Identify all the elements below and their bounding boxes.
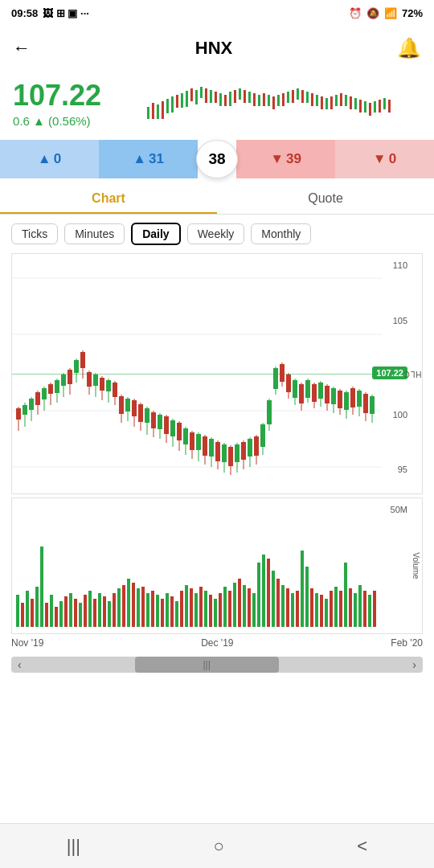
stats-up-31: ▲ 31 [99,140,198,178]
svg-rect-78 [87,372,92,387]
price-change: 0.6 ▲ (0.56%) [13,114,101,128]
status-icons: 🖼 ⊞ ▣ ··· [43,7,89,19]
stats-up-zero: ▲ 0 [0,140,99,178]
svg-rect-39 [335,95,338,106]
status-bar: 09:58 🖼 ⊞ ▣ ··· ⏰ 🔕 📶 72% [0,0,434,26]
svg-rect-1 [152,103,154,119]
svg-rect-42 [350,96,352,109]
bottom-nav: ||| ○ < [0,823,434,868]
svg-rect-20 [244,90,246,103]
down-arrow-icon: ▼ [270,151,284,167]
svg-rect-213 [238,579,241,627]
svg-rect-94 [138,404,143,422]
svg-rect-198 [166,593,169,627]
svg-rect-23 [258,95,260,106]
svg-rect-204 [194,593,198,627]
svg-rect-178 [69,593,72,627]
svg-rect-64 [42,388,47,399]
svg-rect-183 [93,599,96,627]
date-labels: Nov '19 Dec '19 Feb '20 [0,634,434,652]
svg-rect-22 [253,93,256,106]
svg-rect-72 [68,370,72,384]
svg-rect-222 [281,585,285,627]
svg-rect-172 [40,547,43,627]
svg-rect-223 [286,588,289,627]
nav-menu-icon[interactable]: ||| [67,836,80,857]
ohlc-label: OHLC [403,370,423,379]
svg-rect-186 [108,601,111,627]
volume-label: Volume [411,552,420,579]
scroll-right-arrow[interactable]: › [412,658,416,671]
svg-rect-170 [31,599,34,627]
svg-rect-126 [241,442,246,460]
svg-rect-36 [321,96,323,109]
svg-rect-235 [344,563,347,627]
svg-rect-12 [205,88,207,103]
nav-back-icon[interactable]: < [357,836,367,857]
svg-rect-106 [177,423,182,440]
svg-rect-234 [339,591,342,627]
svg-rect-174 [50,595,53,627]
svg-rect-4 [166,99,169,113]
change-percent: (0.56%) [48,114,91,128]
svg-rect-112 [196,434,201,450]
svg-rect-114 [203,436,207,456]
svg-rect-56 [16,408,21,420]
svg-rect-3 [162,101,164,119]
svg-rect-167 [16,595,19,627]
svg-rect-110 [190,432,194,450]
svg-rect-98 [151,412,156,428]
svg-rect-66 [48,384,53,394]
tab-chart[interactable]: Chart [0,182,217,214]
svg-rect-50 [388,100,391,113]
price-left: 107.22 0.6 ▲ (0.56%) [13,79,101,128]
period-monthly[interactable]: Monthly [251,223,311,244]
period-ticks[interactable]: Ticks [11,223,58,244]
svg-rect-108 [183,428,188,444]
svg-rect-184 [98,593,101,627]
tab-quote[interactable]: Quote [217,182,434,214]
svg-rect-27 [277,95,280,106]
stats-neutral: 38 [196,140,238,178]
svg-rect-160 [350,388,355,407]
notification-bell-icon[interactable]: 🔔 [397,37,421,59]
svg-rect-181 [84,595,87,627]
nav-home-icon[interactable]: ○ [214,836,224,857]
svg-rect-171 [35,587,39,627]
svg-rect-230 [320,595,323,627]
scroll-thumb[interactable]: ||| [135,657,279,673]
svg-rect-225 [296,591,299,627]
period-minutes[interactable]: Minutes [64,223,125,244]
back-button[interactable]: ← [13,38,31,59]
svg-rect-228 [310,588,313,627]
svg-rect-215 [248,588,251,627]
svg-rect-202 [185,585,188,627]
svg-rect-156 [338,391,342,408]
svg-rect-34 [311,93,313,106]
svg-rect-80 [93,375,98,386]
stats-bar: ▲ 0 ▲ 31 38 ▼ 39 ▼ 0 [0,140,434,178]
svg-rect-0 [147,107,149,119]
scroll-bar[interactable]: ‹ ||| › [11,657,423,673]
svg-rect-203 [190,588,193,627]
svg-rect-205 [199,587,203,627]
svg-rect-43 [354,98,357,109]
svg-rect-197 [161,599,164,627]
svg-rect-142 [293,380,297,398]
svg-rect-116 [209,439,214,457]
svg-rect-21 [248,92,251,103]
svg-rect-187 [113,593,116,627]
change-arrow: ▲ [33,114,45,128]
svg-rect-173 [45,603,48,627]
svg-rect-25 [268,95,270,106]
svg-rect-196 [156,595,159,627]
svg-rect-16 [224,95,227,106]
svg-rect-185 [103,596,106,627]
period-daily[interactable]: Daily [131,223,180,245]
svg-rect-176 [59,601,63,627]
svg-rect-40 [340,93,342,106]
svg-rect-214 [243,585,246,627]
scroll-left-arrow[interactable]: ‹ [18,658,22,671]
period-weekly[interactable]: Weekly [187,223,245,244]
svg-rect-231 [325,599,328,627]
